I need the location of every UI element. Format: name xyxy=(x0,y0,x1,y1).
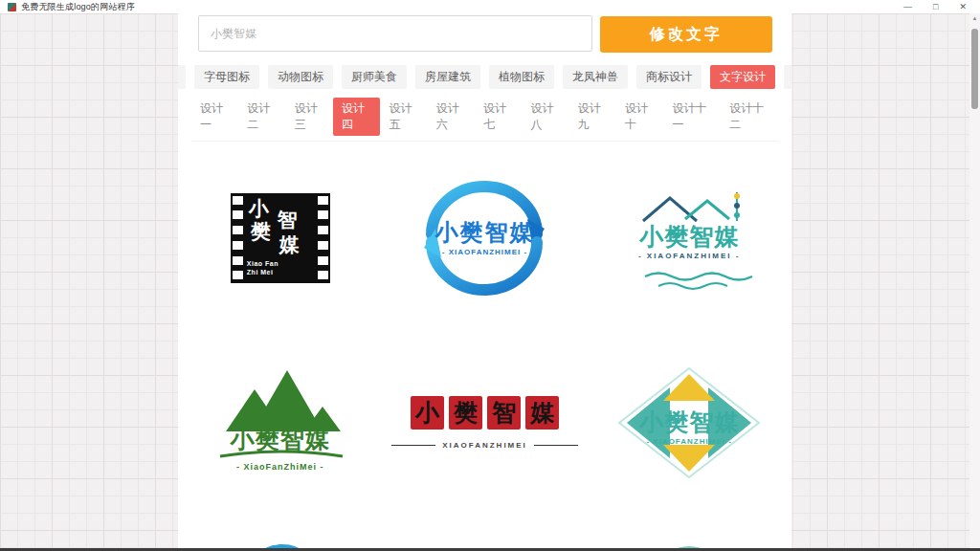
logo-cell-green-mountain[interactable]: 小樊智媒 - XiaoFanZhiMei - xyxy=(178,330,383,515)
tab-plant-icons[interactable]: 植物图标 xyxy=(489,65,554,89)
logo-cell-red-seal[interactable]: 小 樊 智 媒 XIAOFANZHIMEI xyxy=(383,330,588,515)
logo-cn-text: 小樊智媒 xyxy=(414,217,554,248)
tab-design-3[interactable]: 设计三 xyxy=(286,98,333,136)
seal-characters: 小 樊 智 媒 xyxy=(411,396,559,430)
logo-latin-text: XIAOFANZHIMEI xyxy=(442,441,527,450)
tab-animal-icons[interactable]: 动物图标 xyxy=(268,65,333,89)
divider-line xyxy=(391,445,435,446)
window-title: 免费无限生成logo的网站程序 xyxy=(21,1,135,13)
logo-cell-partial-left[interactable] xyxy=(178,515,383,548)
text-edit-row: 修改文字 xyxy=(178,13,791,53)
logo-text-input[interactable] xyxy=(198,15,592,52)
film-holes-left xyxy=(233,196,243,280)
teal-house-logo: 小樊智媒 - XIAOFANZHIMEI - xyxy=(616,175,762,301)
diamond-logo: 小樊智媒 - XIAOFANZHIMEI - xyxy=(617,364,761,481)
red-seal-logo: 小 樊 智 媒 XIAOFANZHIMEI xyxy=(391,396,578,450)
divider-line xyxy=(534,445,578,446)
logo-cn-text: 小樊智媒 xyxy=(617,407,761,438)
window-controls: — □ ✕ xyxy=(903,2,974,11)
minimize-button[interactable]: — xyxy=(903,2,912,11)
green-mountain-logo: 小樊智媒 - XiaoFanZhiMei - xyxy=(209,364,352,481)
tab-design-5[interactable]: 设计五 xyxy=(380,98,427,136)
tab-letter-icons[interactable]: 字母图标 xyxy=(194,65,259,89)
scrollbar-thumb[interactable] xyxy=(971,29,978,109)
logo-latin-text: - XIAOFANZHIMEI - xyxy=(414,248,554,256)
seal-stamp: 智 xyxy=(487,396,521,430)
design-tabs: 设计一 设计二 设计三 设计四 设计五 设计六 设计七 设计八 设计九 设计十 … xyxy=(191,98,778,142)
logo-char: 智 xyxy=(278,209,298,230)
maximize-button[interactable]: □ xyxy=(933,2,938,11)
logo-cn-text: 小樊智媒 xyxy=(616,221,762,253)
tab-trademark-design[interactable]: 商标设计 xyxy=(636,65,702,89)
logo-char: 小 xyxy=(249,198,269,218)
tab-design-12[interactable]: 设计十二 xyxy=(721,98,778,136)
tab-text-design[interactable]: 文字设计 xyxy=(710,65,775,89)
logo-cell-diamond[interactable]: 小樊智媒 - XIAOFANZHIMEI - xyxy=(587,330,791,515)
tab-dragon-phoenix[interactable]: 龙凤神兽 xyxy=(563,65,628,89)
logo-cell-teal-house[interactable]: 小樊智媒 - XIAOFANZHIMEI - xyxy=(587,145,791,330)
logo-cell-partial-right[interactable] xyxy=(587,515,791,548)
window-titlebar: 免费无限生成logo的网站程序 — □ ✕ xyxy=(0,0,980,13)
tab-latest-icons[interactable]: 最新图标 xyxy=(178,65,186,89)
tab-design-11[interactable]: 设计十一 xyxy=(663,98,721,136)
modify-text-button[interactable]: 修改文字 xyxy=(600,16,772,53)
main-panel: 修改文字 最新图标 字母图标 动物图标 厨师美食 房屋建筑 植物图标 龙凤神兽 … xyxy=(178,13,791,548)
seal-stamp: 小 xyxy=(411,396,444,430)
category-tabs: 最新图标 字母图标 动物图标 厨师美食 房屋建筑 植物图标 龙凤神兽 商标设计 … xyxy=(178,65,791,89)
seal-stamp: 媒 xyxy=(525,396,559,430)
logo-grid: 小 樊 智 媒 Xiao Fan Zhi Mei xyxy=(178,145,791,548)
tab-european-pattern[interactable]: 欧式花纹 xyxy=(784,65,791,89)
logo-char: 媒 xyxy=(279,234,300,254)
tab-design-6[interactable]: 设计六 xyxy=(428,98,475,136)
blue-swirl-logo: 小樊智媒 - XIAOFANZHIMEI - xyxy=(414,175,554,301)
logo-latin-text: - XiaoFanZhiMei - xyxy=(209,462,352,472)
tab-design-8[interactable]: 设计八 xyxy=(522,98,568,136)
seal-latin-row: XIAOFANZHIMEI xyxy=(391,441,578,450)
logo-cell-film-strip[interactable]: 小 樊 智 媒 Xiao Fan Zhi Mei xyxy=(178,145,383,330)
logo-latin-text: - XIAOFANZHIMEI - xyxy=(617,437,761,446)
logo-latin-text: - XIAOFANZHIMEI - xyxy=(616,252,762,260)
tab-architecture[interactable]: 房屋建筑 xyxy=(415,65,480,89)
tab-chef-food[interactable]: 厨师美食 xyxy=(342,65,407,89)
tab-design-7[interactable]: 设计七 xyxy=(475,98,522,136)
logo-char: 樊 xyxy=(251,221,271,241)
close-button[interactable]: ✕ xyxy=(959,2,967,11)
logo-cell-blue-swirl[interactable]: 小樊智媒 - XIAOFANZHIMEI - xyxy=(383,145,588,330)
vertical-scrollbar[interactable]: ▲ xyxy=(969,13,980,548)
seal-stamp: 樊 xyxy=(449,396,482,430)
app-icon xyxy=(8,3,16,11)
scroll-up-arrow-icon[interactable]: ▲ xyxy=(969,15,980,21)
tab-design-4[interactable]: 设计四 xyxy=(333,98,380,136)
logo-cn-text: 小樊智媒 xyxy=(209,424,352,455)
tab-design-10[interactable]: 设计十 xyxy=(616,98,663,136)
tab-design-2[interactable]: 设计二 xyxy=(238,98,285,136)
film-logo-text: 小 樊 智 媒 Xiao Fan Zhi Mei xyxy=(243,196,318,280)
film-holes-right xyxy=(318,196,328,280)
logo-latin-text: Xiao Fan Zhi Mei xyxy=(247,259,278,276)
film-strip-logo: 小 樊 智 媒 Xiao Fan Zhi Mei xyxy=(231,193,330,283)
logo-cell-partial-middle[interactable] xyxy=(383,515,588,548)
tab-design-1[interactable]: 设计一 xyxy=(191,98,238,136)
partial-blue-logo xyxy=(250,541,311,548)
tab-design-9[interactable]: 设计九 xyxy=(569,98,616,136)
